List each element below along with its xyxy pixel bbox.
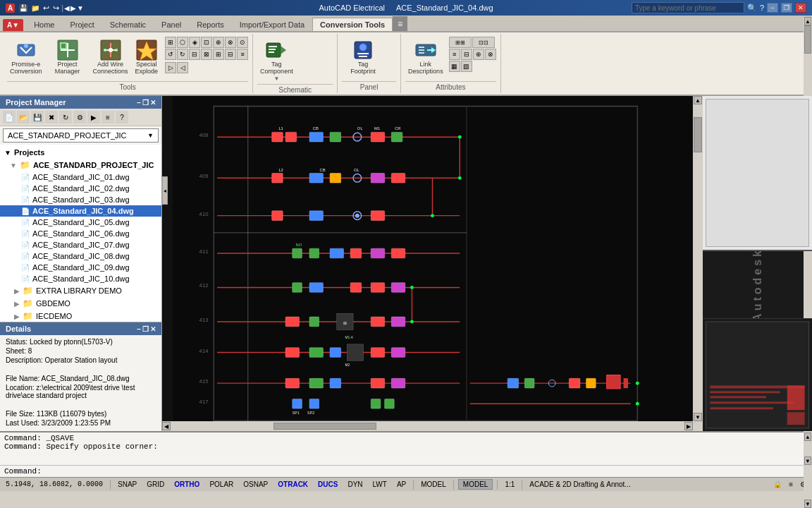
dyn-btn[interactable]: DYN <box>345 480 365 489</box>
h-scroll-thumb[interactable] <box>273 423 376 430</box>
cmd-scroll-up[interactable]: ▲ <box>804 433 811 441</box>
pm-close[interactable]: ✕ <box>150 99 156 107</box>
v-scrollbar[interactable]: ▲ ▼ <box>693 96 703 431</box>
tree-item-file-9[interactable]: 📄 ACE_Standard_JIC_09.dwg <box>0 262 161 273</box>
sch-btn-12[interactable]: ⊞ <box>213 49 224 60</box>
tag-component-btn[interactable]: Tag Component ▼ <box>257 37 296 84</box>
pm-minimize[interactable]: − <box>137 99 141 107</box>
lwt-btn[interactable]: LWT <box>370 480 390 489</box>
scroll-down-btn[interactable]: ▼ <box>694 413 702 421</box>
redo-btn[interactable]: ↪ <box>51 4 61 13</box>
win-min[interactable]: − <box>767 3 778 13</box>
tab-schematic[interactable]: Schematic <box>102 18 154 31</box>
pm-collapse-handle[interactable]: ◂ <box>162 176 168 205</box>
workspace-selector[interactable]: ACADE & 2D Drafting & Annot... <box>527 480 633 489</box>
sch-btn-15[interactable]: ▷ <box>165 62 176 73</box>
scroll-up-btn[interactable]: ▲ <box>694 96 702 104</box>
tree-item-file-3[interactable]: 📄 ACE_Standard_JIC_03.dwg <box>0 194 161 205</box>
pm-close-btn[interactable]: ✖ <box>45 111 58 123</box>
add-wire-connections-btn[interactable]: Add Wire Connections <box>90 37 131 78</box>
polar-btn[interactable]: POLAR <box>207 480 236 489</box>
otrack-btn[interactable]: OTRACK <box>275 480 311 489</box>
ap-btn[interactable]: AP <box>394 480 409 489</box>
sch-btn-10[interactable]: ⊟ <box>189 49 200 60</box>
pm-project-dropdown[interactable]: ACE_STANDARD_PROJECT_JIC ▼ <box>3 128 159 143</box>
add-geometry-btn[interactable]: Project Manager <box>47 37 89 78</box>
tab-home[interactable]: Home <box>26 18 62 31</box>
attr-btn-5[interactable]: ⊕ <box>473 49 484 60</box>
tree-item-file-2[interactable]: 📄 ACE_Standard_JIC_02.dwg <box>0 183 161 194</box>
tab-extra[interactable]: ≡ <box>393 16 407 31</box>
undo-btn[interactable]: ↩ <box>42 4 51 13</box>
tree-item-file-6[interactable]: 📄 ACE_Standard_JIC_06.dwg <box>0 228 161 239</box>
help-btn[interactable]: ? <box>760 4 764 12</box>
sch-btn-13[interactable]: ⊟ <box>225 49 236 60</box>
tree-folder-extra[interactable]: ▶ 📁 EXTRA LIBRARY DEMO <box>0 284 161 297</box>
tree-item-file-8[interactable]: 📄 ACE_Standard_JIC_08.dwg <box>0 250 161 262</box>
special-explode-btn[interactable]: Special Explode <box>133 37 161 78</box>
link-descriptions-btn[interactable]: Link Descriptions <box>405 37 446 78</box>
details-close[interactable]: ✕ <box>150 325 156 333</box>
sch-btn-11[interactable]: ⊠ <box>201 49 212 60</box>
attr-btn-6[interactable]: ⊗ <box>485 49 496 60</box>
cmd-scrollbar[interactable]: ▲ ▼ <box>804 433 812 465</box>
sch-btn-5[interactable]: ⊕ <box>213 37 224 48</box>
tree-folder-iec[interactable]: ▶ 📁 IECDEMO <box>0 310 161 322</box>
model-btn[interactable]: MODEL <box>418 480 449 489</box>
search-btn[interactable]: 🔍 <box>747 4 757 13</box>
status-toolbar-icon[interactable]: ≡ <box>786 480 796 489</box>
tree-item-file-1[interactable]: 📄 ACE_Standard_JIC_01.dwg <box>0 171 161 183</box>
scroll-right-btn[interactable]: ▶ <box>684 422 693 430</box>
sch-btn-4[interactable]: ⊡ <box>201 37 212 48</box>
sch-btn-1[interactable]: ⊞ <box>165 37 176 48</box>
pm-publish-btn[interactable]: ▶ <box>87 111 100 123</box>
sch-btn-2[interactable]: ⬡ <box>177 37 188 48</box>
details-minimize[interactable]: − <box>137 325 141 333</box>
toolbar-arrow-left[interactable]: ◀ <box>64 4 70 12</box>
cmd-scroll-down[interactable]: ▼ <box>804 456 811 465</box>
tree-item-file-5[interactable]: 📄 ACE_Standard_JIC_05.dwg <box>0 217 161 228</box>
tab-reports[interactable]: Reports <box>189 18 232 31</box>
tree-item-file-4[interactable]: 📄 ACE_Standard_JIC_04.dwg <box>0 205 161 217</box>
search-input[interactable] <box>632 2 744 13</box>
tab-panel[interactable]: Panel <box>154 18 189 31</box>
command-input[interactable] <box>44 467 808 476</box>
scroll-left-btn[interactable]: ◀ <box>162 422 171 430</box>
sch-btn-9[interactable]: ↻ <box>177 49 188 60</box>
ducs-btn[interactable]: DUCS <box>315 480 340 489</box>
pm-activity-btn[interactable]: ≡ <box>102 111 114 123</box>
h-scrollbar[interactable]: ◀ ▶ <box>162 421 693 431</box>
ortho-btn[interactable]: ORTHO <box>171 480 202 489</box>
attr-btn-3[interactable]: ≡ <box>449 49 460 60</box>
promise-conversion-btn[interactable]: Promise-e Conversion <box>7 37 45 78</box>
sch-btn-14[interactable]: ≡ <box>237 49 248 60</box>
osnap-btn[interactable]: OSNAP <box>240 480 271 489</box>
grid-btn[interactable]: GRID <box>144 480 167 489</box>
tab-conversion-tools[interactable]: Conversion Tools <box>312 18 393 31</box>
v-scroll-thumb[interactable] <box>694 117 702 152</box>
attr-btn-2[interactable]: ⊡⊡ <box>472 37 495 48</box>
tree-item-file-7[interactable]: 📄 ACE_Standard_JIC_07.dwg <box>0 239 161 250</box>
status-lock-icon[interactable]: 🔒 <box>770 480 785 489</box>
app-menu-btn[interactable]: A▼ <box>3 19 23 31</box>
win-close[interactable]: ✕ <box>795 3 806 13</box>
sch-btn-6[interactable]: ⊗ <box>225 37 236 48</box>
attr-btn-7[interactable]: ▦ <box>449 61 460 72</box>
attr-btn-4[interactable]: ⊟ <box>461 49 472 60</box>
root-project-item[interactable]: ▼ 📁 ACE_STANDARD_PROJECT_JIC <box>0 159 161 171</box>
sch-btn-3[interactable]: ◈ <box>189 37 200 48</box>
toolbar-arrow-right[interactable]: ▶ <box>70 4 76 12</box>
sch-btn-16[interactable]: ◁ <box>177 62 188 73</box>
new-btn[interactable]: 💾 <box>18 4 29 12</box>
win-restore[interactable]: ❐ <box>781 3 792 13</box>
model-tab[interactable]: MODEL <box>458 479 493 490</box>
pm-restore[interactable]: ❐ <box>142 99 149 107</box>
sch-btn-8[interactable]: ↺ <box>165 49 176 60</box>
tab-project[interactable]: Project <box>62 18 102 31</box>
sch-btn-7[interactable]: ⊙ <box>237 37 248 48</box>
pm-open-btn[interactable]: 📂 <box>17 111 30 123</box>
attr-btn-8[interactable]: ▧ <box>461 61 472 72</box>
tag-footprint-btn[interactable]: Tag Footprint <box>342 37 384 78</box>
pm-new-btn[interactable]: 📄 <box>3 111 16 123</box>
projects-section[interactable]: ▼ Projects <box>0 146 161 159</box>
